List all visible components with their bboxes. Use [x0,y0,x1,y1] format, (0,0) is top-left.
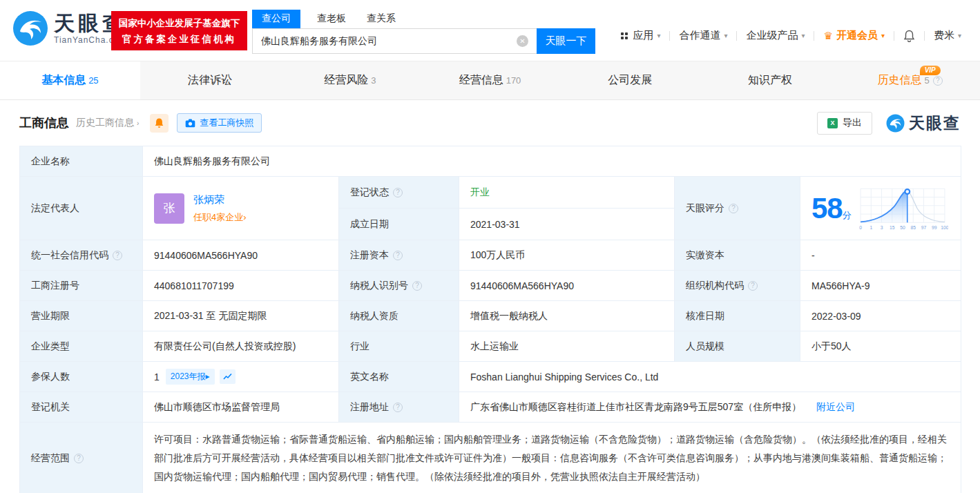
help-icon[interactable]: ? [393,251,403,260]
legal-rep-companies-link[interactable]: 任职4家企业› [193,211,247,224]
field-value-company-name: 佛山良辉船务服务有限公司 [143,146,961,177]
insured-count: 1 [154,371,160,383]
label-text: 法定代表人 [31,202,79,215]
label-text: 纳税人识别号 [350,280,408,292]
clear-icon[interactable]: ✕ [517,35,528,47]
address-text: 广东省佛山市顺德区容桂街道上佳市社区青龙南路9号五层507室（住所申报） [470,401,801,412]
export-button[interactable]: X 导出 [817,112,872,135]
avatar[interactable]: 张 [154,193,184,224]
score-unit: 分 [843,210,852,220]
svg-text:100: 100 [941,225,948,230]
svg-text:97: 97 [921,225,926,230]
help-icon[interactable]: ? [729,204,738,213]
nav-item-apps[interactable]: 应用 ▾ [612,29,669,42]
help-icon[interactable]: ? [113,251,122,260]
label-text: 注册地址 [350,401,389,414]
field-value-legal-rep: 张 张炳荣 任职4家企业› [143,177,339,240]
field-label-taxpayer-id: 纳税人识别号? [339,271,459,301]
help-icon[interactable]: ? [748,281,758,291]
caret-down-icon: ▾ [881,32,885,39]
field-label-establish-date: 成立日期 [339,209,459,240]
help-icon[interactable]: ? [74,454,84,463]
field-value-credit-code: 91440606MA566HYA90 [143,240,339,271]
tab-risk[interactable]: 经营风险 3 [280,61,420,99]
tab-label: 经营风险 [324,73,368,88]
search-button[interactable]: 天眼一下 [537,28,595,54]
tab-basic-info[interactable]: 基本信息 25 [0,61,140,99]
search-tab-company[interactable]: 查公司 [252,10,300,28]
label-text: 工商注册号 [31,280,79,292]
gov-badge-line1: 国家中小企业发展子基金旗下 [119,15,240,31]
nav-item-label: 开通会员 [836,29,878,42]
label-text: 组织机构代码 [686,280,744,292]
gov-certification-badge: 国家中小企业发展子基金旗下 官方备案企业征信机构 [111,11,247,50]
caret-down-icon: ▾ [958,32,961,39]
field-label-business-term: 营业期限 [20,301,143,331]
nav-item-partner[interactable]: 合作通道 ▾ [670,29,736,42]
nav-item-user[interactable]: 费米 ▾ [925,29,970,42]
table-row: 工商注册号 440681011707199 纳税人识别号? 91440606MA… [20,271,961,301]
tab-development[interactable]: 公司发展 [560,61,700,99]
field-value-reg-authority: 佛山市顺德区市场监督管理局 [143,392,339,423]
camera-icon [185,119,195,128]
help-icon[interactable]: ? [393,188,403,197]
table-row: 登记机关 佛山市顺德区市场监督管理局 注册地址? 广东省佛山市顺德区容桂街道上佳… [20,392,961,423]
gov-badge-line2: 官方备案企业征信机构 [122,31,236,47]
search-input[interactable] [252,28,537,54]
field-value-business-scope: 许可项目：水路普通货物运输；省际普通货船运输、省内船舶运输；国内船舶管理业务；道… [143,423,961,493]
corner-logo-text: 天眼查 [909,113,961,134]
caret-down-icon: ▾ [801,32,805,39]
annual-report-tag[interactable]: 2023年报▸ [166,369,215,385]
view-snapshot-label: 查看工商快照 [200,117,253,129]
nav-item-label: 合作通道 [679,29,720,42]
field-value-score: 58分 [800,177,961,240]
legal-rep-card: 张 张炳荣 任职4家企业› [154,193,327,224]
label-text: 经营范围 [31,452,70,465]
help-icon[interactable]: ? [393,403,403,412]
chart-x-ticks: 0 1 3 15 50 85 97 99 100 [859,225,948,230]
field-label-company-type: 企业类型 [20,331,143,362]
section-title: 工商信息 [19,115,69,131]
nav-user-name: 费米 [934,29,954,42]
score-filled-area [861,191,945,222]
table-row: 统一社会信用代码? 91440606MA566HYA90 注册资本? 100万人… [20,240,961,271]
view-snapshot-button[interactable]: 查看工商快照 [177,113,262,133]
svg-text:99: 99 [932,225,937,230]
caret-down-icon: ▾ [657,32,660,39]
field-label-reg-authority: 登记机关 [20,392,143,423]
vip-badge: VIP [920,66,941,75]
insured-trend-chart-button[interactable] [220,369,236,384]
label-text: 登记机关 [31,401,70,414]
label-text: 企业名称 [31,155,70,168]
nearby-companies-link[interactable]: 附近公司 [816,401,855,412]
nav-item-vip[interactable]: ♛ 开通会员 ▾ [814,29,893,42]
tab-count: 5 [925,75,930,86]
annual-report-label: 2023年报 [171,371,206,381]
help-icon[interactable]: ? [933,76,943,86]
tab-operation-info[interactable]: 经营信息 170 [420,61,560,99]
tianyancha-logo[interactable]: 天眼查 TianYanCha.com [12,10,126,46]
help-icon[interactable]: ? [412,281,422,291]
field-label-paid-capital: 实缴资本 [675,240,800,271]
field-label-legal-rep: 法定代表人 [20,177,143,240]
page-header: 天眼查 TianYanCha.com 国家中小企业发展子基金旗下 官方备案企业征… [0,0,980,61]
label-text: 登记状态 [350,186,389,199]
score-distribution-chart: 0 1 3 15 50 85 97 99 100 [857,185,948,232]
line-chart-icon [223,373,232,380]
field-label-approval-date: 核准日期 [675,301,800,331]
nav-item-notifications[interactable] [894,30,924,42]
search-tab-relation[interactable]: 查关系 [367,10,396,28]
search-tab-boss[interactable]: 查老板 [317,10,346,28]
field-value-reg-status: 开业 [459,177,675,209]
legal-rep-name-link[interactable]: 张炳荣 [193,193,247,206]
tab-legal[interactable]: 法律诉讼 [140,61,280,99]
nav-item-enterprise[interactable]: 企业级产品 ▾ [737,29,814,42]
subscribe-bell-button[interactable] [150,114,169,133]
score-cell: 58分 [811,185,950,232]
tab-history[interactable]: VIP 历史信息 5 ? [840,61,980,99]
tab-intellectual-property[interactable]: 知识产权 [700,61,840,99]
history-business-info-link[interactable]: 历史工商信息 › [76,117,139,129]
tab-count: 170 [506,75,521,86]
field-value-establish-date: 2021-03-31 [459,209,675,240]
svg-text:50: 50 [900,225,905,230]
